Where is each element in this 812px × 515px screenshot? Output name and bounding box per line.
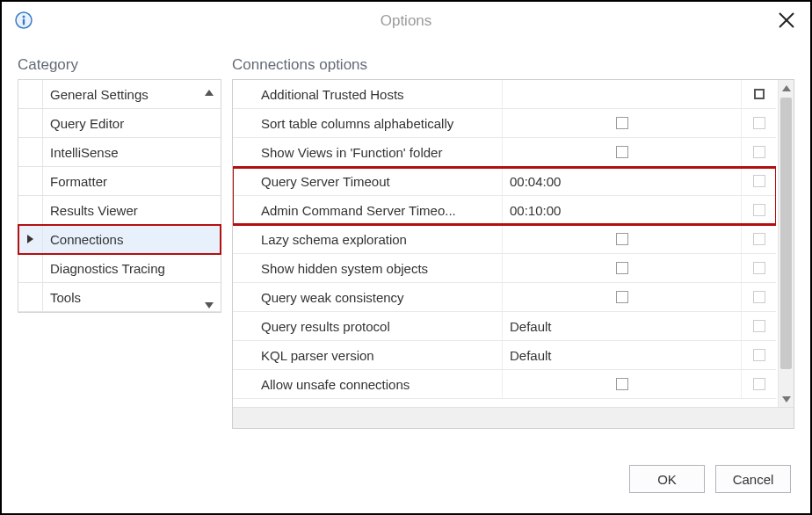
category-item-label: Formatter xyxy=(43,174,221,189)
option-label: Admin Command Server Timeo... xyxy=(233,196,503,224)
option-row-show-views-function-folder[interactable]: Show Views in 'Function' folder xyxy=(233,138,776,167)
category-label: Category xyxy=(18,56,221,74)
category-item-connections[interactable]: Connections xyxy=(18,225,221,254)
ok-button[interactable]: OK xyxy=(629,465,705,493)
scroll-down-button[interactable] xyxy=(779,391,794,407)
category-item-label: Query Editor xyxy=(43,116,221,131)
category-scroll-up[interactable] xyxy=(205,83,217,96)
secondary-checkbox[interactable] xyxy=(753,262,765,274)
secondary-checkbox[interactable] xyxy=(753,175,765,187)
option-value[interactable]: 00:10:00 xyxy=(503,196,741,224)
chevron-right-icon xyxy=(27,235,33,243)
option-label: Query Server Timeout xyxy=(233,167,503,195)
category-item-label: Diagnostics Tracing xyxy=(43,261,221,276)
secondary-checkbox[interactable] xyxy=(753,117,765,129)
category-item-query-editor[interactable]: Query Editor xyxy=(18,109,221,138)
window-title: Options xyxy=(2,12,810,30)
option-checkbox[interactable] xyxy=(503,109,741,137)
option-label: Query weak consistency xyxy=(233,283,503,311)
option-label: Lazy schema exploration xyxy=(233,225,503,253)
category-item-label: IntelliSense xyxy=(43,145,221,160)
option-checkbox[interactable] xyxy=(503,254,741,282)
option-row-sort-table-columns[interactable]: Sort table columns alphabetically xyxy=(233,109,776,138)
options-scrollbar[interactable] xyxy=(778,80,794,407)
option-row-kql-parser-version[interactable]: KQL parser version Default xyxy=(233,341,776,370)
option-value[interactable]: 00:04:00 xyxy=(503,167,741,195)
titlebar: Options xyxy=(2,2,810,40)
option-label: Show hidden system objects xyxy=(233,254,503,282)
category-list: General Settings Query Editor IntelliSen… xyxy=(18,79,221,313)
option-checkbox[interactable] xyxy=(503,138,741,166)
svg-rect-2 xyxy=(23,19,25,25)
options-grid: Additional Trusted Hosts Sort table colu… xyxy=(232,79,794,429)
ellipsis-icon[interactable] xyxy=(754,89,765,99)
category-item-intellisense[interactable]: IntelliSense xyxy=(18,138,221,167)
option-label: Query results protocol xyxy=(233,312,503,340)
option-row-allow-unsafe-connections[interactable]: Allow unsafe connections xyxy=(233,370,776,399)
close-icon[interactable] xyxy=(777,11,796,30)
option-row-admin-command-server-timeout[interactable]: Admin Command Server Timeo... 00:10:00 xyxy=(233,196,776,225)
secondary-checkbox[interactable] xyxy=(753,378,765,390)
category-item-results-viewer[interactable]: Results Viewer xyxy=(18,196,221,225)
secondary-checkbox[interactable] xyxy=(753,320,765,332)
option-row-additional-trusted-hosts[interactable]: Additional Trusted Hosts xyxy=(233,80,776,109)
info-icon xyxy=(14,11,33,30)
option-label: Additional Trusted Hosts xyxy=(233,80,503,108)
option-value[interactable]: Default xyxy=(503,312,741,340)
option-label: Allow unsafe connections xyxy=(233,370,503,398)
options-label: Connections options xyxy=(232,56,794,74)
cancel-button[interactable]: Cancel xyxy=(715,465,791,493)
secondary-checkbox[interactable] xyxy=(753,349,765,361)
scroll-up-button[interactable] xyxy=(779,80,794,96)
category-item-formatter[interactable]: Formatter xyxy=(18,167,221,196)
category-item-label: Connections xyxy=(43,232,221,247)
category-item-label: Tools xyxy=(43,290,221,305)
svg-point-1 xyxy=(23,16,25,18)
option-label: Sort table columns alphabetically xyxy=(233,109,503,137)
option-checkbox[interactable] xyxy=(503,370,741,398)
scroll-thumb[interactable] xyxy=(780,98,792,369)
option-value[interactable]: Default xyxy=(503,341,741,369)
option-row-query-server-timeout[interactable]: Query Server Timeout 00:04:00 xyxy=(233,167,776,196)
category-item-general-settings[interactable]: General Settings xyxy=(18,80,221,109)
scroll-track[interactable] xyxy=(779,96,794,391)
option-checkbox[interactable] xyxy=(503,225,741,253)
category-item-diagnostics-tracing[interactable]: Diagnostics Tracing xyxy=(18,254,221,283)
category-item-label: General Settings xyxy=(43,87,221,102)
option-label: Show Views in 'Function' folder xyxy=(233,138,503,166)
secondary-checkbox[interactable] xyxy=(753,204,765,216)
secondary-checkbox[interactable] xyxy=(753,146,765,158)
option-row-lazy-schema-exploration[interactable]: Lazy schema exploration xyxy=(233,225,776,254)
option-value[interactable] xyxy=(503,80,741,108)
category-scroll-down[interactable] xyxy=(205,296,217,308)
category-item-label: Results Viewer xyxy=(43,203,221,218)
option-checkbox[interactable] xyxy=(503,283,741,311)
options-dialog: Options Category General Settings Query … xyxy=(0,0,812,515)
option-row-show-hidden-system-objects[interactable]: Show hidden system objects xyxy=(233,254,776,283)
dialog-buttons: OK Cancel xyxy=(2,445,810,513)
option-label: KQL parser version xyxy=(233,341,503,369)
category-item-tools[interactable]: Tools xyxy=(18,283,221,312)
secondary-checkbox[interactable] xyxy=(753,291,765,303)
secondary-checkbox[interactable] xyxy=(753,233,765,245)
option-row-query-weak-consistency[interactable]: Query weak consistency xyxy=(233,283,776,312)
options-footer xyxy=(233,407,794,428)
option-row-query-results-protocol[interactable]: Query results protocol Default xyxy=(233,312,776,341)
